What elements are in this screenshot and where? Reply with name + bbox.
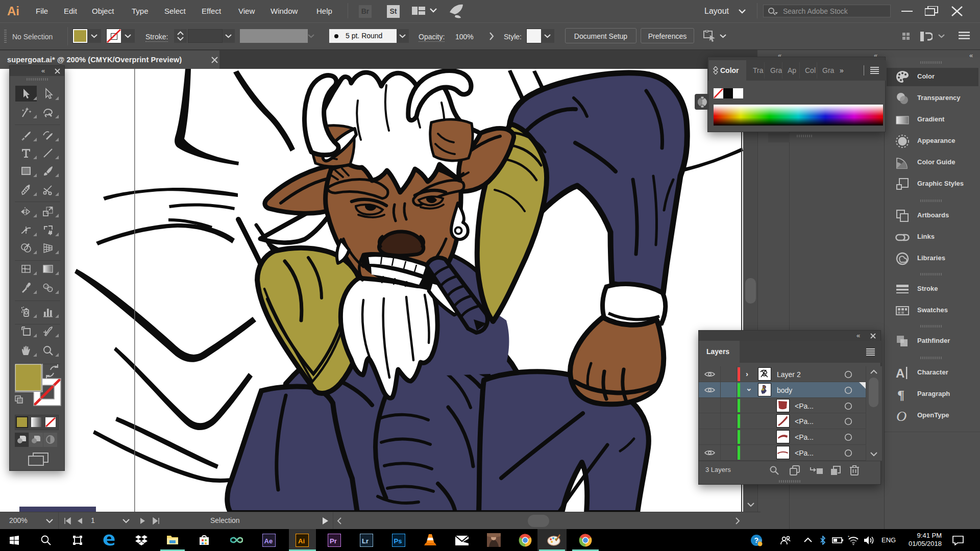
svg-text:A: A — [896, 366, 904, 380]
svg-text:Ai: Ai — [7, 4, 19, 18]
svg-text:Ps: Ps — [394, 537, 402, 545]
svg-text:*: * — [848, 535, 849, 539]
svg-text:Ai: Ai — [298, 537, 305, 545]
svg-text:Pr: Pr — [330, 537, 337, 545]
svg-text:¶: ¶ — [897, 388, 904, 402]
svg-text:Ae: Ae — [264, 537, 273, 545]
svg-text:Lr: Lr — [362, 537, 369, 545]
svg-text:O: O — [896, 408, 906, 423]
